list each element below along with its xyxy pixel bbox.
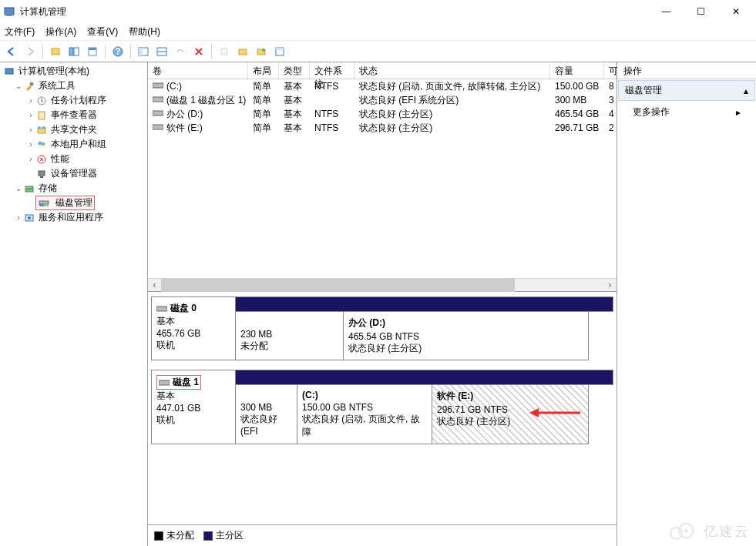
toolbar-separator <box>211 45 212 59</box>
horizontal-scrollbar[interactable]: ‹ › <box>148 278 617 291</box>
tree-storage[interactable]: ⌄ 存储 <box>0 181 147 196</box>
expand-icon[interactable]: › <box>26 96 35 105</box>
col-volume[interactable]: 卷 <box>148 62 248 79</box>
tree-label: 存储 <box>39 182 57 195</box>
svg-rect-10 <box>139 48 143 55</box>
computer-icon <box>3 65 15 78</box>
actions-category[interactable]: 磁盘管理 ▴ <box>618 80 755 101</box>
col-layout[interactable]: 布局 <box>248 62 279 79</box>
legend-unallocated: 未分配 <box>154 529 194 542</box>
disk-icon <box>159 379 170 387</box>
svg-rect-40 <box>153 111 163 116</box>
svg-rect-2 <box>52 49 59 55</box>
up-button[interactable] <box>47 43 64 60</box>
action-1-button[interactable] <box>216 43 233 60</box>
list-view-button[interactable] <box>153 43 170 60</box>
tree-services[interactable]: › 服务和应用程序 <box>0 210 147 225</box>
maximize-button[interactable]: ☐ <box>684 0 718 23</box>
disk-partitions: 230 MB未分配办公 (D:)465.54 GB NTFS状态良好 (主分区) <box>236 296 613 360</box>
tree-label: 本地用户和组 <box>51 138 106 151</box>
red-arrow-icon <box>528 407 582 419</box>
back-button[interactable] <box>3 43 20 60</box>
actions-more[interactable]: 更多操作 ▸ <box>617 102 756 122</box>
volume-row[interactable]: 软件 (E:)简单基本NTFS状态良好 (主分区)296.71 GB2 <box>148 121 617 135</box>
svg-point-16 <box>262 49 265 52</box>
actions-panel: 操作 磁盘管理 ▴ 更多操作 ▸ <box>617 62 756 546</box>
collapse-icon[interactable]: ⌄ <box>14 82 23 90</box>
scrollbar-thumb[interactable] <box>161 279 515 292</box>
partition[interactable]: 300 MB状态良好 (EFI <box>236 385 297 444</box>
close-button[interactable]: ✕ <box>718 0 753 23</box>
partition[interactable]: 办公 (D:)465.54 GB NTFS状态良好 (主分区) <box>344 312 589 360</box>
tree-label: 服务和应用程序 <box>39 211 103 224</box>
expand-icon[interactable]: › <box>14 213 23 222</box>
svg-rect-29 <box>39 171 45 176</box>
minimize-button[interactable]: — <box>649 0 684 23</box>
disk-info[interactable]: 磁盘 1基本447.01 GB联机 <box>151 370 236 444</box>
expand-icon[interactable]: › <box>26 155 35 163</box>
legend: 未分配 主分区 <box>148 524 617 546</box>
center-panel: 卷 布局 类型 文件系统 状态 容量 可 (C:)简单基本NTFS状态良好 (启… <box>148 62 617 546</box>
svg-marker-45 <box>529 408 539 417</box>
volume-row[interactable]: (C:)简单基本NTFS状态良好 (启动, 页面文件, 故障转储, 主分区)15… <box>148 79 617 93</box>
volume-row[interactable]: (磁盘 1 磁盘分区 1)简单基本状态良好 (EFI 系统分区)300 MB3 <box>148 93 617 107</box>
col-capacity[interactable]: 容量 <box>550 62 604 79</box>
volume-list: 卷 布局 类型 文件系统 状态 容量 可 (C:)简单基本NTFS状态良好 (启… <box>148 62 617 292</box>
collapse-icon[interactable]: ⌄ <box>14 184 23 193</box>
menu-help[interactable]: 帮助(H) <box>129 25 160 39</box>
delete-button[interactable] <box>190 43 207 60</box>
tree-shared-folders[interactable]: › 共享文件夹 <box>0 122 147 137</box>
tree-device-manager[interactable]: 设备管理器 <box>0 166 147 181</box>
expand-icon[interactable]: › <box>26 126 35 134</box>
partition[interactable]: 230 MB未分配 <box>236 312 344 360</box>
refresh-button[interactable] <box>135 43 152 60</box>
users-icon <box>35 139 48 151</box>
partition[interactable]: 软件 (E:)296.71 GB NTFS状态良好 (主分区) <box>432 385 589 444</box>
expand-icon[interactable]: › <box>26 111 35 119</box>
forward-button[interactable] <box>22 43 39 60</box>
tools-icon <box>23 80 35 92</box>
navigation-tree[interactable]: 计算机管理(本地) ⌄ 系统工具 › 任务计划程序 › 事件查看器 › 共享文件… <box>0 62 148 546</box>
toolbar: ? <box>0 40 756 62</box>
partition[interactable]: (C:)150.00 GB NTFS状态良好 (启动, 页面文件, 故障 <box>297 385 432 444</box>
tree-event-viewer[interactable]: › 事件查看器 <box>0 108 147 122</box>
disk-row: 磁盘 0基本465.76 GB联机 230 MB未分配办公 (D:)465.54… <box>151 296 613 360</box>
tree-system-tools[interactable]: ⌄ 系统工具 <box>0 79 147 93</box>
tree-label: 任务计划程序 <box>51 94 106 107</box>
scroll-right-icon[interactable]: › <box>603 279 617 292</box>
action-2-button[interactable] <box>234 43 251 60</box>
tree-local-users[interactable]: › 本地用户和组 <box>0 137 147 152</box>
watermark: 亿速云 <box>667 521 750 541</box>
svg-rect-19 <box>5 69 13 74</box>
menu-file[interactable]: 文件(F) <box>5 25 35 39</box>
device-icon <box>35 168 48 180</box>
col-free[interactable]: 可 <box>604 62 617 79</box>
col-fs[interactable]: 文件系统 <box>310 62 354 79</box>
properties-button[interactable] <box>84 43 101 60</box>
tree-task-scheduler[interactable]: › 任务计划程序 <box>0 93 147 108</box>
volume-icon <box>153 81 163 89</box>
action-4-button[interactable] <box>271 43 288 60</box>
action-3-button[interactable] <box>253 43 270 60</box>
help-button[interactable]: ? <box>109 43 126 60</box>
volume-row[interactable]: 办公 (D:)简单基本NTFS状态良好 (主分区)465.54 GB4 <box>148 107 617 121</box>
volume-icon <box>153 109 163 116</box>
tree-performance[interactable]: › 性能 <box>0 152 147 166</box>
disk-mgmt-icon <box>38 197 50 209</box>
menu-view[interactable]: 查看(V) <box>87 25 118 39</box>
tree-root[interactable]: 计算机管理(本地) <box>0 64 147 79</box>
scroll-left-icon[interactable]: ‹ <box>148 279 161 292</box>
actions-header: 操作 <box>617 62 756 79</box>
tree-disk-management[interactable]: 磁盘管理 <box>0 196 147 210</box>
expand-icon[interactable]: › <box>26 140 35 149</box>
col-status[interactable]: 状态 <box>354 62 550 79</box>
show-hide-tree-button[interactable] <box>66 43 82 60</box>
title-bar: 计算机管理 — ☐ ✕ <box>0 0 756 23</box>
menu-bar: 文件(F) 操作(A) 查看(V) 帮助(H) <box>0 23 756 40</box>
app-icon <box>3 5 15 18</box>
undo-button[interactable] <box>172 43 189 60</box>
col-type[interactable]: 类型 <box>279 62 310 79</box>
menu-action[interactable]: 操作(A) <box>45 25 76 39</box>
svg-rect-14 <box>239 49 247 55</box>
disk-info[interactable]: 磁盘 0基本465.76 GB联机 <box>151 296 236 360</box>
